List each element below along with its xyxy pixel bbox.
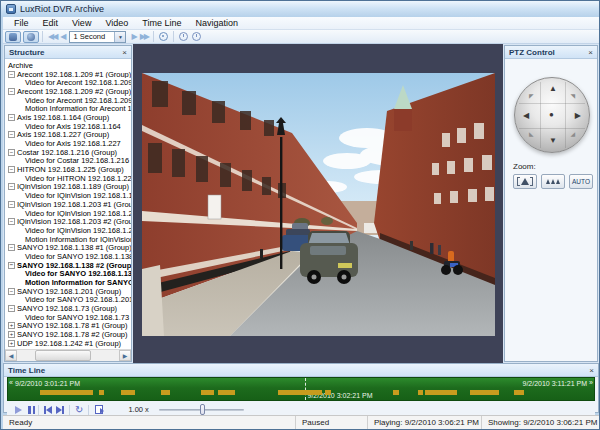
tree-row[interactable]: −Costar 192.168.1.216 (Group)	[5, 148, 131, 157]
tree-node-label[interactable]: Costar 192.168.1.216 (Group)	[17, 148, 117, 157]
tree-node-label[interactable]: Arecont 192.168.1.209 #1 (Group)	[17, 70, 131, 79]
tree-row[interactable]: Archive	[5, 61, 131, 70]
tree-node-label[interactable]: SANYO 192.168.1.138 #2 (Group)	[17, 261, 131, 270]
tree-row[interactable]: −SANYO 192.168.1.73 (Group)	[5, 304, 131, 313]
pan-up-right-icon[interactable]: ◥	[570, 92, 575, 100]
tree-row[interactable]: Motion Information for Arecont 192.168.1…	[5, 104, 131, 113]
tree-row[interactable]: Motion Information for SANYO 192.168.1.1…	[5, 278, 131, 287]
tree-node-label[interactable]: Video for SANYO 192.168.1.138	[25, 270, 131, 279]
pan-up-left-icon[interactable]: ◤	[529, 92, 534, 100]
tree-node-label[interactable]: Video for IQinVision 192.168.1.203	[25, 226, 131, 235]
tree-node-label[interactable]: Axis 192.168.1.164 (Group)	[17, 113, 109, 122]
collapse-icon[interactable]: −	[8, 262, 15, 269]
export-icon[interactable]	[95, 405, 103, 414]
tree-node-label[interactable]: Video for SANYO 192.168.1.201	[25, 296, 131, 305]
pan-down-right-icon[interactable]: ◢	[570, 130, 575, 138]
goto-start-time-icon[interactable]	[179, 32, 188, 41]
tree-row[interactable]: Video for SANYO 192.168.1.201	[5, 296, 131, 305]
tree-row[interactable]: Video for SANYO 192.168.1.138	[5, 270, 131, 279]
zoom-out-button[interactable]	[541, 174, 565, 189]
tree-node-label[interactable]: Video for Axis 192.168.1.227	[25, 139, 121, 148]
video-display-area[interactable]	[133, 44, 503, 363]
menu-file[interactable]: File	[7, 17, 36, 29]
play-button[interactable]	[15, 406, 22, 414]
step-backward-button[interactable]: ◀	[60, 32, 64, 41]
tree-row[interactable]: Video for Costar 192.168.1.216	[5, 157, 131, 166]
pan-down-left-icon[interactable]: ◣	[529, 130, 534, 138]
scroll-right-icon[interactable]: ▶	[119, 350, 131, 361]
tree-row[interactable]: +UDP 192.168.1.242 #1 (Group)	[5, 339, 131, 348]
close-icon[interactable]: ×	[589, 366, 594, 375]
timeline-scroll-left-icon[interactable]: «	[9, 379, 13, 386]
tree-node-label[interactable]: Video for HITRON 192.168.1.225	[25, 174, 131, 183]
tree-row[interactable]: −Arecont 192.168.1.209 #1 (Group)	[5, 70, 131, 79]
scroll-left-icon[interactable]: ◀	[5, 350, 17, 361]
tree-row[interactable]: Video for SANYO 192.168.1.138	[5, 252, 131, 261]
tree-row[interactable]: −IQinVision 192.168.1.203 #1 (Group)	[5, 200, 131, 209]
tree-node-label[interactable]: Archive	[8, 61, 33, 70]
tree-row[interactable]: Video for Arecont 192.168.1.209	[5, 96, 131, 105]
timeline-scroll-right-icon[interactable]: »	[589, 379, 593, 386]
zoom-in-button[interactable]	[513, 174, 537, 189]
collapse-icon[interactable]: −	[8, 71, 15, 78]
tree-row[interactable]: −IQinVision 192.168.1.189 (Group)	[5, 183, 131, 192]
pan-down-icon[interactable]: ▼	[549, 137, 557, 145]
tree-row[interactable]: Video for Axis 192.168.1.227	[5, 139, 131, 148]
sync-playback-icon[interactable]	[159, 32, 168, 41]
tree-node-label[interactable]: SANYO 192.168.1.78 #1 (Group)	[17, 322, 127, 331]
menu-view[interactable]: View	[65, 17, 98, 29]
skip-to-start-button[interactable]	[44, 406, 52, 414]
tree-node-label[interactable]: IQinVision 192.168.1.189 (Group)	[17, 183, 129, 192]
tree-node-label[interactable]: Video for IQinVision 192.168.1.203	[25, 209, 131, 218]
tree-row[interactable]: −HITRON 192.168.1.225 (Group)	[5, 165, 131, 174]
structure-panel-toggle-button[interactable]	[5, 31, 21, 43]
collapse-icon[interactable]: −	[8, 166, 15, 173]
ptz-panel-toggle-button[interactable]	[23, 31, 39, 43]
tree-node-label[interactable]: SANYO 192.168.1.73 (Group)	[17, 304, 117, 313]
tree-node-label[interactable]: SANYO 192.168.1.78 #2 (Group)	[17, 330, 127, 339]
tree-row[interactable]: −SANYO 192.168.1.201 (Group)	[5, 287, 131, 296]
chevron-down-icon[interactable]: ▼	[114, 32, 125, 42]
collapse-icon[interactable]: −	[8, 131, 15, 138]
tree-row[interactable]: Video for Arecont 192.168.1.209	[5, 78, 131, 87]
tree-row[interactable]: −SANYO 192.168.1.138 #1 (Group)	[5, 243, 131, 252]
tree-row[interactable]: −Axis 192.168.1.227 (Group)	[5, 131, 131, 140]
close-icon[interactable]: ×	[122, 48, 127, 57]
tree-node-label[interactable]: Motion Information for Arecont 192.168.1…	[25, 104, 131, 113]
tree-node-label[interactable]: Arecont 192.168.1.209 #2 (Group)	[17, 87, 131, 96]
close-icon[interactable]: ×	[588, 48, 593, 57]
tree-node-label[interactable]: SANYO 192.168.1.138 #1 (Group)	[17, 243, 131, 252]
tree-node-label[interactable]: HITRON 192.168.1.225 (Group)	[17, 165, 124, 174]
tree-row[interactable]: Video for SANYO 192.168.1.73	[5, 313, 131, 322]
pause-button[interactable]	[28, 406, 35, 414]
collapse-icon[interactable]: −	[8, 149, 15, 156]
tree-node-label[interactable]: SANYO 192.168.1.201 (Group)	[17, 287, 121, 296]
collapse-icon[interactable]: −	[8, 114, 15, 121]
tree-node-label[interactable]: Video for Arecont 192.168.1.209	[25, 78, 131, 87]
menu-time-line[interactable]: Time Line	[135, 17, 188, 29]
tree-node-label[interactable]: Video for Costar 192.168.1.216	[25, 157, 129, 166]
title-bar[interactable]: LuxRiot DVR Archive	[1, 1, 599, 17]
seek-forward-button[interactable]: ▶▶	[140, 32, 148, 41]
menu-video[interactable]: Video	[98, 17, 135, 29]
tree-row[interactable]: +SANYO 192.168.1.78 #1 (Group)	[5, 322, 131, 331]
tree-row[interactable]: +SANYO 192.168.1.78 #2 (Group)	[5, 330, 131, 339]
step-forward-button[interactable]: ▶	[131, 32, 135, 41]
tree-row[interactable]: −SANYO 192.168.1.138 #2 (Group)	[5, 261, 131, 270]
tree-row[interactable]: Video for IQinVision 192.168.1.203	[5, 226, 131, 235]
tree-node-label[interactable]: Video for SANYO 192.168.1.138	[25, 252, 131, 261]
ptz-direction-pad[interactable]: ▲ ▼ ◀ ▶ ◤ ◥ ◣ ◢ ●	[514, 77, 590, 153]
collapse-icon[interactable]: −	[8, 288, 15, 295]
tree-row[interactable]: −Axis 192.168.1.164 (Group)	[5, 113, 131, 122]
pan-left-icon[interactable]: ◀	[523, 112, 529, 120]
seek-backward-button[interactable]: ◀◀	[48, 32, 56, 41]
tree-node-label[interactable]: Motion Information for IQinVision 192.16…	[25, 235, 131, 244]
tree-row[interactable]: −Arecont 192.168.1.209 #2 (Group)	[5, 87, 131, 96]
tree-node-label[interactable]: Axis 192.168.1.227 (Group)	[17, 131, 109, 140]
skip-to-end-button[interactable]	[56, 406, 64, 414]
tree-node-label[interactable]: Video for IQinVision 192.168.1.189	[25, 191, 131, 200]
pan-up-icon[interactable]: ▲	[549, 85, 557, 93]
tree-node-label[interactable]: UDP 192.168.1.242 #1 (Group)	[17, 339, 121, 348]
collapse-icon[interactable]: −	[8, 201, 15, 208]
collapse-icon[interactable]: −	[8, 88, 15, 95]
